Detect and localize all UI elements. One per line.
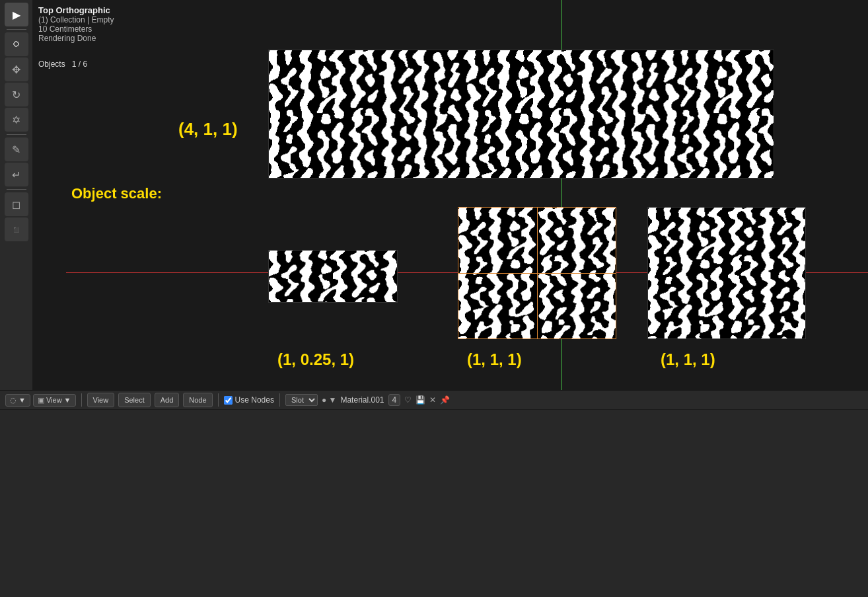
left-toolbar: ▶ ⭘ ✥ ↻ ✡ ✎ ↵ ◻ ◾ [0,0,33,390]
annotation-coord2: (1, 0.25, 1) [277,350,354,369]
add-menu-btn[interactable]: Add [155,393,180,407]
material-pin-icon[interactable]: 📌 [440,395,450,405]
node-menu-btn[interactable]: Node [183,393,212,407]
editor-type-btn[interactable]: ◌ ▼ [5,394,30,407]
viewport-content: Object scale: (4, 1, 1) (1, 0.25, 1) (1,… [33,0,868,390]
use-nodes-checkbox[interactable] [224,396,233,405]
texture-panel-center [458,207,616,339]
select-menu-btn[interactable]: Select [118,393,151,407]
annotation-coord3: (1, 1, 1) [467,350,522,369]
material-close-icon[interactable]: ✕ [429,395,436,405]
object-mode-btn[interactable]: ▣ View ▼ [33,394,76,407]
toolbar-add-icon[interactable]: ◻ [5,192,28,216]
toolbar-view-icon[interactable]: ▶ [5,3,28,26]
material-favorite-icon[interactable]: ♡ [404,395,412,405]
toolbar-measure-icon[interactable]: ↵ [5,163,28,186]
material-users[interactable]: 4 [388,394,401,406]
toolbar-grease-icon[interactable]: ◾ [5,218,28,241]
view-menu-btn[interactable]: View [87,393,115,407]
sphere-icon: ● ▼ [322,395,336,405]
texture-panel-right [647,207,806,339]
annotation-coord1: (4, 1, 1) [178,119,238,139]
annotation-object-scale: Object scale: [71,185,162,202]
texture-panel-small-left [268,250,398,303]
use-nodes-label[interactable]: Use Nodes [224,395,274,405]
node-content: ▼ Texture Coordinate Generated Normal UV… [0,410,868,597]
material-save-icon[interactable]: 💾 [416,395,425,405]
sep2 [218,393,219,407]
sep3 [279,393,280,407]
material-name: Material.001 [340,395,384,405]
toolbar-move-icon[interactable]: ✥ [5,58,28,81]
toolbar-scale-icon[interactable]: ✡ [5,108,28,132]
toolbar-annotate-icon[interactable]: ✎ [5,138,28,161]
slot-dropdown[interactable]: Slot [285,394,318,406]
sep1 [81,393,82,407]
texture-panel-large [268,50,774,179]
annotation-coord4: (1, 1, 1) [661,350,715,369]
toolbar-rotate-icon[interactable]: ↻ [5,83,28,106]
node-toolbar: ◌ ▼ ▣ View ▼ View Select Add Node Use No… [0,390,868,410]
toolbar-cursor-icon[interactable]: ⭘ [5,32,28,56]
